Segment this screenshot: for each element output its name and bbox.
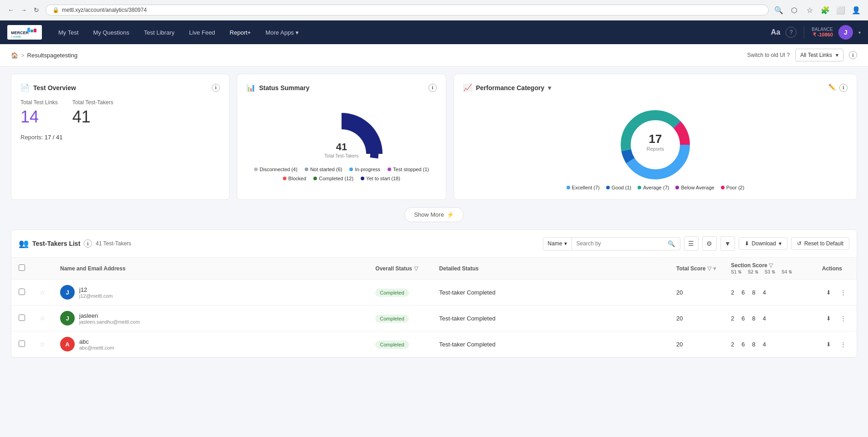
switch-old-ui-link[interactable]: Switch to old UI ? (747, 52, 790, 58)
row-actions-1: ⬇ ⋮ (822, 312, 849, 325)
test-links-dropdown[interactable]: All Test Links ▾ (795, 49, 843, 61)
svg-text:Reports: Reports (647, 146, 664, 152)
back-button[interactable]: ← (5, 5, 16, 15)
row-checkbox-1[interactable] (19, 315, 25, 321)
user-name-0: j12 (79, 286, 113, 293)
lock-icon: 🔒 (52, 7, 59, 13)
perf-edit-icon[interactable]: ✏️ (828, 84, 836, 92)
app-logo[interactable]: MERCER | mettl (7, 25, 42, 40)
table-row: ☆ A abc abc@mettl.com Completed Test-tak… (11, 331, 857, 357)
section-filter-icon[interactable]: ▽ (769, 262, 773, 269)
row-star-1[interactable]: ☆ (40, 315, 46, 322)
user-name-1: jasleen (79, 312, 140, 319)
download-button[interactable]: ⬇ Download ▾ (739, 237, 787, 250)
show-more-container: Show More ⚡ (11, 207, 857, 222)
row-checkbox-0[interactable] (19, 289, 25, 295)
search-input[interactable] (572, 238, 663, 249)
search-by-label: Name (548, 240, 562, 247)
more-options-icon-0[interactable]: ⋮ (837, 286, 849, 299)
score-sort-icon[interactable]: ▾ (713, 265, 716, 272)
row-checkbox-2[interactable] (19, 340, 25, 347)
reset-label: Reset to Default (804, 240, 843, 247)
filter-icon[interactable]: ▼ (720, 236, 735, 251)
row-star-2[interactable]: ☆ (40, 340, 46, 348)
list-info-icon[interactable]: ℹ (84, 239, 92, 248)
breadcrumb-info-icon[interactable]: ℹ (849, 51, 857, 59)
s4-score-2: 4 (763, 341, 766, 348)
s3-score-1: 8 (752, 315, 755, 322)
test-links-value: 14 (20, 107, 58, 127)
list-title-icon: 👥 (19, 239, 29, 249)
detailed-status-2: Test-taker Completed (439, 341, 495, 348)
reset-icon: ↺ (797, 240, 802, 247)
app-nav: MERCER | mettl My Test My Questions Test… (0, 20, 868, 44)
row-star-0[interactable]: ☆ (40, 289, 46, 296)
reset-button[interactable]: ↺ Reset to Default (791, 237, 849, 250)
perf-title: Performance Category (476, 84, 544, 91)
help-icon[interactable]: ? (786, 27, 797, 38)
test-takers-value: 41 (72, 107, 113, 127)
overview-title-icon: 📄 (20, 83, 30, 92)
breadcrumb-bar: 🏠 > Resultspagetesting Switch to old UI … (0, 44, 868, 66)
refresh-button[interactable]: ↻ (31, 5, 42, 15)
forward-button[interactable]: → (18, 5, 29, 15)
profile-icon[interactable]: 👤 (850, 4, 863, 16)
nav-my-questions[interactable]: My Questions (86, 20, 137, 44)
total-score-0: 20 (676, 289, 683, 296)
download-row-icon-1[interactable]: ⬇ (822, 312, 835, 325)
download-row-icon-0[interactable]: ⬇ (822, 286, 835, 299)
main-content: 📄 Test Overview ℹ Total Test Links 14 To… (0, 66, 868, 365)
search-browser-icon[interactable]: 🔍 (772, 4, 785, 16)
overview-title: Test Overview (33, 84, 76, 91)
extensions-icon[interactable]: 🧩 (819, 4, 832, 16)
user-avatar[interactable]: J (838, 25, 853, 40)
perf-dropdown-icon[interactable]: ▾ (548, 84, 551, 91)
breadcrumb: 🏠 > Resultspagetesting (11, 52, 77, 59)
status-filter-icon[interactable]: ▽ (414, 265, 418, 272)
download-row-icon-2[interactable]: ⬇ (822, 338, 835, 351)
star-browser-icon[interactable]: ☆ (803, 4, 816, 16)
nav-my-test[interactable]: My Test (51, 20, 86, 44)
detailed-status-0: Test-taker Completed (439, 289, 495, 296)
share-icon[interactable]: ⬡ (788, 4, 801, 16)
search-dropdown[interactable]: Name ▾ (543, 238, 572, 249)
legend-average: Average (7) (638, 185, 669, 190)
nav-report[interactable]: Report+ (222, 20, 258, 44)
s3-header: S3 ⇅ (765, 269, 775, 274)
settings-icon[interactable]: ⚙ (702, 236, 717, 251)
score-filter-icon[interactable]: ▽ (707, 265, 711, 272)
nav-test-library[interactable]: Test Library (137, 20, 182, 44)
s2-score-2: 6 (741, 341, 745, 348)
nav-live-feed[interactable]: Live Feed (182, 20, 222, 44)
legend-in-progress: In-progress (349, 167, 380, 172)
list-controls: Name ▾ 🔍 ☰ ⚙ ▼ ⬇ Download ▾ ↺ Reset to D… (543, 236, 849, 251)
svg-text:| mettl: | mettl (11, 35, 21, 38)
legend-test-stopped: Test stopped (1) (388, 167, 429, 172)
section-scores-1: 2 6 8 4 (731, 315, 807, 322)
font-size-icon[interactable]: Aa (771, 28, 780, 36)
home-icon[interactable]: 🏠 (11, 52, 18, 59)
search-button[interactable]: 🔍 (663, 238, 680, 250)
perf-info-icon[interactable]: ℹ (839, 84, 848, 92)
address-bar[interactable]: 🔒 mettl.xyz/account/analytics/380974 (46, 5, 769, 15)
show-more-button[interactable]: Show More ⚡ (404, 207, 464, 222)
list-count-badge: 41 Test-Takers (96, 240, 131, 247)
more-options-icon-2[interactable]: ⋮ (837, 338, 849, 351)
col-actions-header: Actions (822, 265, 842, 272)
status-title: Status Summary (259, 84, 309, 91)
fullscreen-icon[interactable]: ⬜ (834, 4, 847, 16)
status-info-icon[interactable]: ℹ (429, 84, 437, 92)
user-avatar-1: J (60, 311, 75, 325)
columns-icon[interactable]: ☰ (684, 236, 699, 251)
table-body: ☆ J j12 j12@mettl.com Completed Test-tak… (11, 279, 857, 357)
row-actions-0: ⬇ ⋮ (822, 286, 849, 299)
cards-row: 📄 Test Overview ℹ Total Test Links 14 To… (11, 74, 857, 200)
svg-text:41: 41 (336, 141, 347, 152)
nav-more-apps[interactable]: More Apps ▾ (258, 20, 306, 44)
more-options-icon-1[interactable]: ⋮ (837, 312, 849, 325)
avatar-dropdown[interactable]: ▾ (858, 30, 861, 35)
total-test-takers-stat: Total Test-Takers 41 (72, 99, 113, 127)
overview-info-icon[interactable]: ℹ (212, 84, 220, 92)
s3-score-2: 8 (752, 341, 755, 348)
select-all-checkbox[interactable] (19, 264, 25, 271)
